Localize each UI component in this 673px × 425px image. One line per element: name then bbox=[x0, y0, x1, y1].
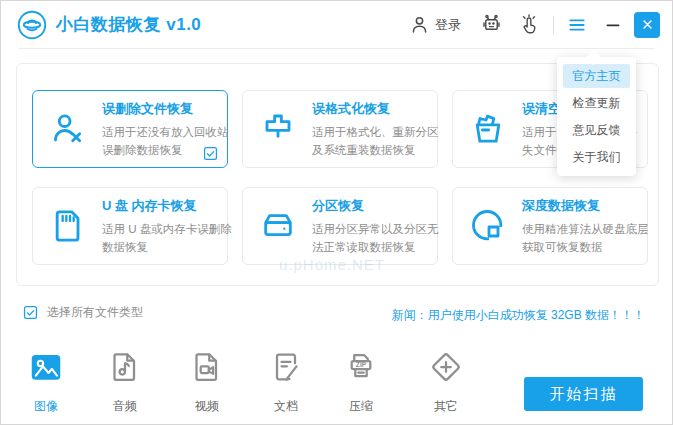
news-ticker: 新闻：用户使用小白成功恢复 32GB 数据！！！ bbox=[392, 307, 645, 324]
card-desc-line2: 获取可恢复数据 bbox=[522, 238, 649, 256]
image-icon bbox=[28, 349, 64, 385]
dropdown-menu: 官方主页 检查更新 意见反馈 关于我们 bbox=[557, 57, 636, 176]
filetype-audio[interactable]: 音频 bbox=[87, 349, 163, 415]
app-logo-icon bbox=[17, 10, 47, 40]
filetype-video[interactable]: 视频 bbox=[169, 349, 245, 415]
filetype-label: 视频 bbox=[195, 398, 219, 415]
select-all-filetypes[interactable]: 选择所有文件类型 bbox=[23, 304, 143, 321]
filetype-label: 音频 bbox=[113, 398, 137, 415]
user-x-icon bbox=[48, 109, 88, 149]
card-desc-line2: 法正常读取数据恢复 bbox=[312, 238, 439, 256]
filetype-images[interactable]: 图像 bbox=[8, 349, 84, 415]
app-window: 小白数据恢复 v1.0 登录 bbox=[0, 0, 673, 425]
login-link[interactable]: 登录 bbox=[435, 16, 461, 34]
filetype-documents[interactable]: 文档 bbox=[248, 349, 324, 415]
filetype-label: 其它 bbox=[434, 398, 458, 415]
select-all-label: 选择所有文件类型 bbox=[47, 304, 143, 321]
titlebar-controls: 登录 bbox=[409, 12, 660, 38]
other-plus-icon bbox=[428, 349, 464, 385]
card-usb-sdcard-recovery[interactable]: U 盘 内存卡恢复 适用 U 盘或内存卡误删除 数据恢复 bbox=[32, 187, 228, 265]
card-title: U 盘 内存卡恢复 bbox=[102, 197, 232, 215]
card-desc-line1: 适用 U 盘或内存卡误删除 bbox=[102, 220, 232, 238]
menu-item-official-homepage[interactable]: 官方主页 bbox=[563, 64, 630, 88]
recycle-bin-icon bbox=[468, 109, 508, 149]
deep-scan-icon bbox=[468, 206, 508, 246]
titlebar: 小白数据恢复 v1.0 登录 bbox=[1, 1, 672, 48]
card-title: 误格式化恢复 bbox=[312, 100, 439, 118]
card-title: 误删除文件恢复 bbox=[102, 100, 229, 118]
card-desc-line1: 使用精准算法从硬盘底层 bbox=[522, 220, 649, 238]
header-divider bbox=[19, 48, 655, 49]
menu-hamburger-icon[interactable] bbox=[567, 15, 587, 35]
svg-text:ZIP: ZIP bbox=[356, 361, 367, 368]
menu-item-check-updates[interactable]: 检查更新 bbox=[563, 91, 630, 115]
card-title: 分区恢复 bbox=[312, 197, 439, 215]
select-all-checkbox-checked[interactable] bbox=[23, 305, 38, 320]
filetype-label: 图像 bbox=[34, 398, 58, 415]
card-deleted-file-recovery[interactable]: 误删除文件恢复 适用于还没有放入回收站 误删除数据恢复 bbox=[32, 90, 228, 168]
touch-hand-icon[interactable] bbox=[518, 14, 540, 36]
video-file-icon bbox=[189, 349, 225, 385]
minimize-button[interactable] bbox=[604, 16, 622, 34]
filetype-compressed[interactable]: ZIP 压缩 bbox=[323, 349, 399, 415]
card-title: 深度数据恢复 bbox=[522, 197, 649, 215]
card-partition-recovery[interactable]: 分区恢复 适用分区异常以及分区无 法正常读取数据恢复 bbox=[242, 187, 438, 265]
filetype-other[interactable]: 其它 bbox=[408, 349, 484, 415]
close-button[interactable] bbox=[634, 12, 660, 38]
titlebar-divider bbox=[553, 16, 554, 34]
card-desc-line2: 数据恢复 bbox=[102, 238, 232, 256]
audio-file-icon bbox=[107, 349, 143, 385]
card-desc-line1: 适用于还没有放入回收站 bbox=[102, 123, 229, 141]
card-desc-line2: 及系统重装数据恢复 bbox=[312, 141, 439, 159]
start-scan-button[interactable]: 开始扫描 bbox=[524, 377, 643, 411]
card-desc-line1: 适用于格式化、重新分区 bbox=[312, 123, 439, 141]
card-desc-line1: 适用分区异常以及分区无 bbox=[312, 220, 439, 238]
sd-card-icon bbox=[48, 206, 88, 246]
card-checkbox-checked[interactable] bbox=[203, 146, 218, 161]
hard-drive-icon bbox=[258, 206, 298, 246]
format-brush-icon bbox=[258, 109, 298, 149]
card-format-recovery[interactable]: 误格式化恢复 适用于格式化、重新分区 及系统重装数据恢复 bbox=[242, 90, 438, 168]
robot-icon[interactable] bbox=[480, 13, 503, 36]
user-icon[interactable] bbox=[409, 14, 430, 35]
card-deep-data-recovery[interactable]: 深度数据恢复 使用精准算法从硬盘底层 获取可恢复数据 bbox=[452, 187, 648, 265]
document-file-icon bbox=[268, 349, 304, 385]
filetype-label: 文档 bbox=[274, 398, 298, 415]
app-title: 小白数据恢复 v1.0 bbox=[56, 13, 201, 36]
menu-item-feedback[interactable]: 意见反馈 bbox=[563, 118, 630, 142]
menu-item-about-us[interactable]: 关于我们 bbox=[563, 145, 630, 169]
filetype-label: 压缩 bbox=[349, 398, 373, 415]
zip-file-icon: ZIP bbox=[343, 349, 379, 385]
